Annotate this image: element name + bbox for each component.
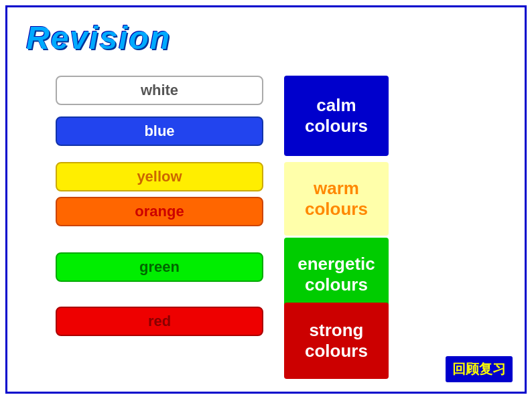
color-label-white: white — [141, 82, 178, 99]
color-label-yellow: yellow — [137, 168, 182, 185]
category-label-strong: strong colours — [291, 320, 382, 362]
chinese-label: 回顾复习 — [446, 356, 513, 382]
category-label-warm: warm colours — [291, 178, 382, 220]
category-label-energetic: energetic colours — [291, 254, 382, 295]
color-button-green[interactable]: green — [56, 252, 263, 282]
color-button-white[interactable]: white — [56, 76, 263, 105]
category-warm[interactable]: warm colours — [284, 162, 389, 236]
category-energetic[interactable]: energetic colours — [284, 238, 389, 311]
page-title: Revision — [26, 19, 171, 56]
main-container: Revision white blue yellow orange green … — [5, 5, 527, 394]
color-button-orange[interactable]: orange — [56, 197, 263, 226]
color-label-green: green — [139, 258, 180, 276]
color-button-yellow[interactable]: yellow — [56, 162, 263, 191]
category-calm[interactable]: calm colours — [284, 76, 389, 156]
color-button-red[interactable]: red — [56, 307, 263, 336]
category-label-calm: calm colours — [291, 95, 382, 137]
color-label-red: red — [148, 313, 171, 330]
color-label-blue: blue — [144, 123, 174, 140]
color-label-orange: orange — [135, 203, 184, 220]
color-button-blue[interactable]: blue — [56, 116, 263, 146]
category-strong[interactable]: strong colours — [284, 303, 389, 379]
